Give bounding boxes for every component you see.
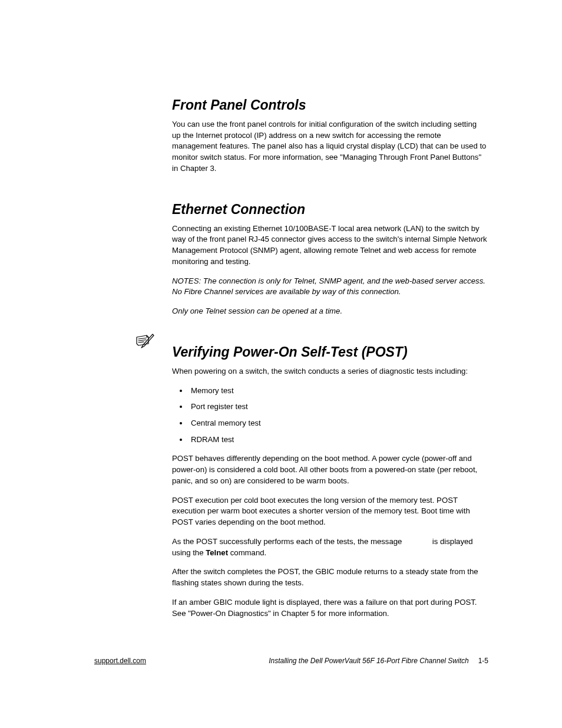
note-icon [135, 333, 156, 351]
list-item: Memory test [189, 386, 487, 397]
paragraph: After the switch completes the POST, the… [172, 566, 487, 588]
footer-url[interactable]: support.dell.com [94, 657, 146, 665]
paragraph: You can use the front panel controls for… [172, 119, 487, 174]
document-page: Front Panel Controls You can use the fro… [0, 0, 562, 728]
page-body: Front Panel Controls You can use the fro… [172, 97, 487, 619]
svg-line-2 [138, 342, 144, 342]
list-item: RDRAM test [189, 434, 487, 446]
heading-front-panel-controls: Front Panel Controls [172, 97, 487, 113]
paragraph: Connecting an existing Ethernet 10/100BA… [172, 223, 487, 268]
paragraph: POST behaves differently depending on th… [172, 453, 487, 486]
paragraph: When powering on a switch, the switch co… [172, 366, 487, 377]
list-item: Central memory test [189, 418, 487, 429]
svg-line-0 [138, 338, 146, 340]
post-test-list: Memory test Port register test Central m… [172, 386, 487, 446]
footer-title: Installing the Dell PowerVault 56F 16-Po… [269, 657, 488, 665]
note-text: NOTES: The connection is only for Telnet… [172, 276, 487, 298]
heading-ethernet-connection: Ethernet Connection [172, 202, 487, 218]
page-footer: support.dell.com Installing the Dell Pow… [94, 657, 488, 665]
heading-verifying-post: Verifying Power-On Self-Test (POST) [172, 344, 487, 360]
paragraph: As the POST successfully performs each o… [172, 536, 487, 558]
page-number: 1-5 [478, 657, 488, 665]
list-item: Port register test [189, 401, 487, 413]
paragraph: POST execution per cold boot executes th… [172, 495, 487, 528]
svg-line-1 [138, 340, 146, 341]
paragraph: If an amber GBIC module light is display… [172, 597, 487, 619]
note-text: Only one Telnet session can be opened at… [172, 306, 487, 317]
